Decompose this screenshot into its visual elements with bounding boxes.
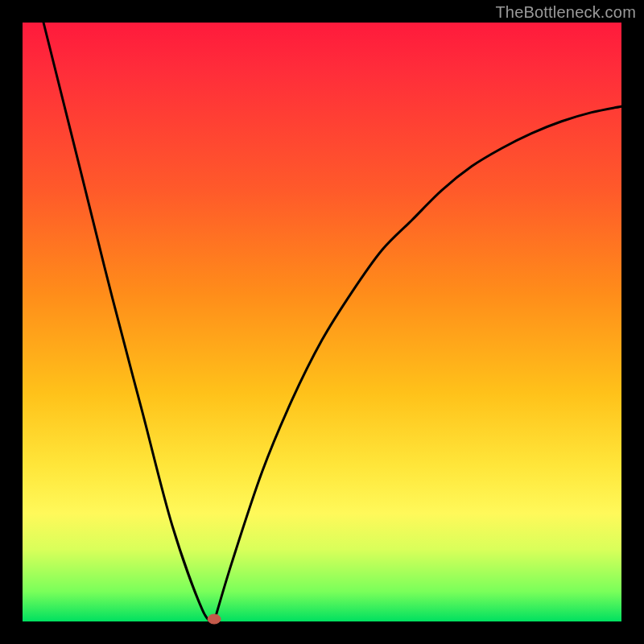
bottleneck-curve [23, 23, 621, 621]
minimum-marker [208, 614, 221, 624]
watermark-text: TheBottleneck.com [495, 3, 636, 22]
curve-right-branch [214, 106, 621, 621]
chart-frame: TheBottleneck.com [0, 0, 644, 644]
curve-left-branch [43, 23, 214, 621]
